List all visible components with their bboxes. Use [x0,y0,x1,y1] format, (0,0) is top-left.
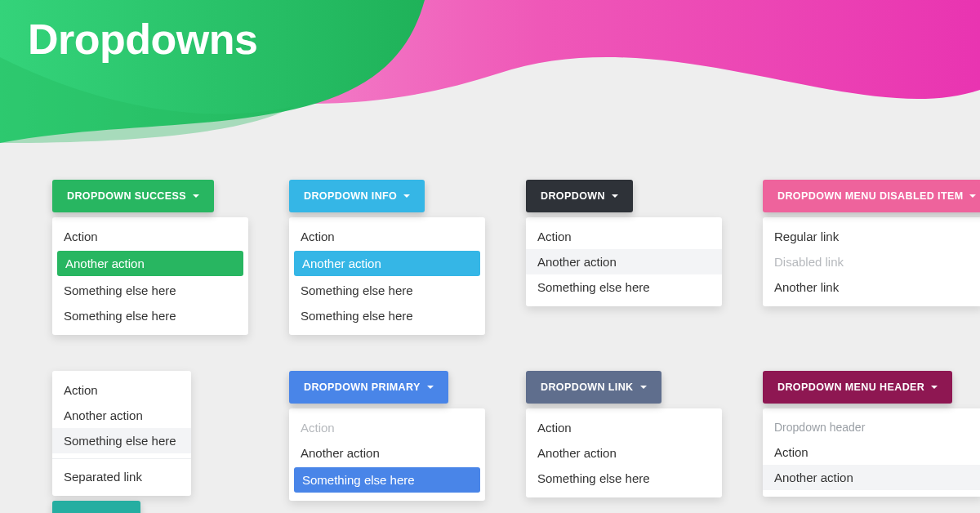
menu-item[interactable]: Something else here [52,303,248,328]
menu-item[interactable]: Another action [289,440,485,466]
menu-item[interactable]: Action [52,377,191,403]
dropdown-primary-button[interactable]: DROPDOWN PRIMARY [289,371,448,404]
menu-item-hover[interactable]: Another action [763,465,980,490]
menu-item[interactable]: Regular link [763,224,980,249]
dropdown-disabled-button[interactable]: DROPDOWN MENU DISABLED ITEM [763,180,980,212]
dropdown-info-label: DROPDOWN INFO [304,190,397,202]
dropdown-dark-cell: DROPDOWN Action Another action Something… [526,180,722,335]
menu-item-disabled: Disabled link [763,249,980,274]
dropdown-header-label: DROPDOWN MENU HEADER [777,381,924,393]
dropdown-primary-menu: Action Another action Something else her… [289,408,485,501]
menu-item[interactable]: Action [526,415,722,440]
page-title: Dropdowns [28,15,257,64]
menu-item[interactable]: Something else here [52,278,248,303]
menu-divider [52,458,191,459]
dropdown-primary-label: DROPDOWN PRIMARY [304,381,421,393]
dropdown-link-button[interactable]: DROPDOWN LINK [526,371,662,404]
menu-item-hover[interactable]: Another action [526,249,722,274]
dropdown-info-cell: DROPDOWN INFO Action Another action Some… [289,180,485,335]
menu-item[interactable]: Something else here [526,274,722,300]
dropdown-success-button[interactable]: DROPDOWN SUCCESS [52,180,214,212]
dropdown-info-menu: Action Another action Something else her… [289,217,485,335]
dropdown-info-button[interactable]: DROPDOWN INFO [289,180,425,212]
menu-item[interactable]: Action [52,224,248,249]
caret-down-icon [931,386,938,389]
dropdown-link-menu: Action Another action Something else her… [526,408,722,497]
menu-header: Dropdown header [763,415,980,439]
menu-item[interactable]: Another action [52,403,191,428]
dropup-cell: Action Another action Something else her… [52,371,248,513]
dropdown-header-button[interactable]: DROPDOWN MENU HEADER [763,371,952,404]
caret-down-icon [612,194,618,198]
dropdown-success-menu: Action Another action Something else her… [52,217,248,335]
dropdown-disabled-label: DROPDOWN MENU DISABLED ITEM [777,190,963,202]
menu-item[interactable]: Action [526,224,722,249]
dropdown-header-menu: Dropdown header Action Another action [763,408,980,497]
dropup-menu: Action Another action Something else her… [52,371,191,496]
menu-item[interactable]: Action [763,439,980,465]
dropdown-link-label: DROPDOWN LINK [541,381,634,393]
dropdown-success-label: DROPDOWN SUCCESS [67,190,186,202]
caret-down-icon [403,194,410,198]
menu-item-active[interactable]: Another action [57,251,243,276]
menu-item[interactable]: Separated link [52,464,191,489]
dropdown-dark-button[interactable]: DROPDOWN [526,180,633,212]
dropdown-success-cell: DROPDOWN SUCCESS Action Another action S… [52,180,248,335]
caret-down-icon [193,194,199,198]
dropup-button[interactable]: DROPUP [52,501,140,513]
menu-item-active[interactable]: Something else here [294,467,480,493]
dropdown-dark-menu: Action Another action Something else her… [526,217,722,306]
dropdown-dark-label: DROPDOWN [541,190,605,202]
menu-item[interactable]: Something else here [526,466,722,491]
menu-item[interactable]: Something else here [289,278,485,303]
menu-item[interactable]: Another action [526,440,722,466]
dropdown-disabled-menu: Regular link Disabled link Another link [763,217,980,306]
dropdown-disabled-cell: DROPDOWN MENU DISABLED ITEM Regular link… [763,180,980,335]
menu-item[interactable]: Something else here [289,303,485,328]
menu-item-active[interactable]: Another action [294,251,480,276]
menu-item[interactable]: Another link [763,274,980,300]
dropdown-link-cell: DROPDOWN LINK Action Another action Some… [526,371,722,513]
menu-item[interactable]: Action [289,224,485,249]
caret-down-icon [427,386,434,389]
menu-item-hover[interactable]: Something else here [52,428,191,453]
dropdown-header-cell: DROPDOWN MENU HEADER Dropdown header Act… [763,371,980,513]
caret-down-icon [969,194,976,198]
caret-down-icon [640,386,647,389]
menu-item-disabled: Action [289,415,485,440]
dropdown-primary-cell: DROPDOWN PRIMARY Action Another action S… [289,371,485,513]
